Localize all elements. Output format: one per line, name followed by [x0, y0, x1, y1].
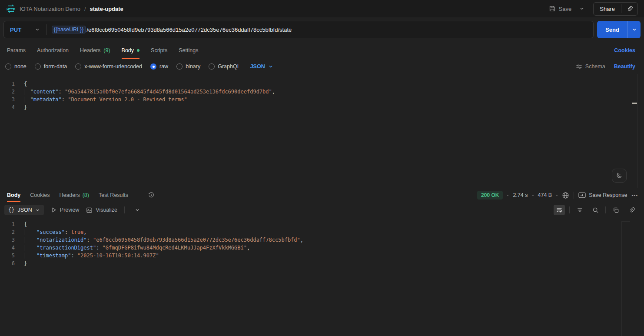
image-icon	[86, 207, 93, 213]
line-number: 3	[0, 236, 15, 244]
breadcrumb-request-name[interactable]: state-update	[90, 6, 123, 12]
code-line[interactable]: 2 "success": true,	[0, 228, 644, 236]
code-line[interactable]: 3 "notarizationId": "e6f8ccb6950458fd9eb…	[0, 236, 644, 244]
radio-graphql[interactable]: GraphQL	[209, 63, 240, 70]
filter-button[interactable]	[574, 205, 585, 215]
tab-headers[interactable]: Headers (9)	[80, 42, 110, 59]
search-button[interactable]	[590, 205, 601, 215]
tab-body[interactable]: Body	[122, 42, 140, 59]
response-tab-test-results[interactable]: Test Results	[99, 188, 128, 202]
radio-circle	[35, 63, 41, 70]
copy-link-icon[interactable]	[621, 3, 637, 15]
copy-button[interactable]	[610, 205, 621, 215]
send-options-button[interactable]	[627, 21, 641, 38]
wrap-text-button[interactable]	[554, 205, 565, 215]
beautify-button[interactable]: Beautify	[614, 63, 635, 70]
cookies-link[interactable]: Cookies	[614, 47, 635, 53]
radio-binary[interactable]: binary	[176, 63, 200, 70]
response-tab-body[interactable]: Body	[7, 188, 20, 202]
share-button-group: Share	[593, 2, 638, 16]
radio-form-data[interactable]: form-data	[35, 63, 67, 70]
request-url-row: PUT {{baseURL}} /e6f8ccb6950458fd9eb793d…	[0, 17, 644, 42]
visualize-button[interactable]: Visualize	[86, 207, 117, 213]
code-line[interactable]: 2 "content": "96a5447815a0bf0e7efa66845f…	[0, 88, 644, 96]
response-size[interactable]: 474 B	[538, 192, 552, 198]
postbot-button[interactable]	[612, 169, 627, 183]
code-line[interactable]: 4}	[0, 103, 644, 111]
radio-circle	[5, 63, 11, 70]
code-line[interactable]: 4 "transactionDigest": "GfmqDFGP8ifwu84M…	[0, 244, 644, 252]
response-header: Body Cookies Headers (8) Test Results 20…	[0, 188, 644, 202]
tab-settings[interactable]: Settings	[179, 42, 198, 59]
status-badge[interactable]: 200 OK	[477, 191, 503, 200]
url-path: /e6f8ccb6950458fd9eb793d8a566d15a2e0772d…	[86, 27, 292, 33]
response-section: Body Cookies Headers (8) Test Results 20…	[0, 188, 644, 336]
divider	[138, 192, 138, 199]
radio-circle	[176, 63, 183, 70]
line-number: 4	[0, 103, 15, 111]
method-selector[interactable]: PUT	[4, 27, 46, 33]
filter-icon	[577, 207, 583, 213]
response-body-editor[interactable]: 1{2 "success": true,3 "notarizationId": …	[0, 218, 644, 336]
save-button[interactable]: Save	[545, 3, 575, 15]
play-icon	[51, 207, 57, 213]
paperclip-icon	[628, 207, 635, 213]
code-line[interactable]: 6}	[0, 259, 644, 267]
line-number: 5	[0, 252, 15, 259]
wrap-text-icon	[556, 206, 563, 213]
body-type-right-actions: Schema Beautify	[576, 63, 635, 70]
body-type-options: none form-data x-www-form-urlencoded raw…	[5, 63, 273, 70]
network-globe-icon[interactable]	[562, 192, 569, 199]
share-button[interactable]: Share	[594, 3, 621, 15]
language-selector[interactable]: JSON	[250, 63, 273, 70]
tab-authorization[interactable]: Authorization	[37, 42, 69, 59]
schema-label: Schema	[585, 63, 605, 70]
schema-button[interactable]: Schema	[576, 63, 605, 70]
sliders-icon	[576, 63, 582, 70]
search-icon	[592, 207, 599, 213]
send-button-group: Send	[597, 21, 641, 38]
radio-x-www-form-urlencoded[interactable]: x-www-form-urlencoded	[75, 63, 142, 70]
dot-separator	[507, 195, 508, 196]
url-box: PUT {{baseURL}} /e6f8ccb6950458fd9eb793d…	[3, 21, 594, 38]
editor-scrollbar[interactable]	[632, 74, 638, 188]
body-type-row: none form-data x-www-form-urlencoded raw…	[0, 59, 644, 74]
code-line[interactable]: 3 "metadata": "Document Version 2.0 - Re…	[0, 96, 644, 103]
save-response-button[interactable]: Save Response	[578, 192, 627, 198]
response-view-controls: {} JSON Preview Visualize	[4, 205, 143, 215]
radio-none[interactable]: none	[5, 63, 27, 70]
dot-separator	[556, 195, 558, 196]
tab-params[interactable]: Params	[7, 42, 26, 59]
response-time[interactable]: 2.74 s	[513, 192, 528, 198]
braces-icon: {}	[8, 207, 14, 213]
headers-count: (9)	[103, 47, 110, 53]
base-url-variable[interactable]: {{baseURL}}	[52, 26, 86, 33]
divider	[605, 206, 606, 213]
request-body-editor[interactable]: 1{2 "content": "96a5447815a0bf0e7efa6684…	[0, 74, 644, 188]
editor-overview-mark	[632, 103, 637, 104]
radio-circle	[209, 63, 215, 70]
response-history-icon[interactable]	[148, 192, 155, 199]
url-input[interactable]: {{baseURL}} /e6f8ccb6950458fd9eb793d8a56…	[46, 26, 594, 33]
response-tab-cookies[interactable]: Cookies	[30, 188, 50, 202]
tab-scripts[interactable]: Scripts	[151, 42, 167, 59]
code-line[interactable]: 1{	[0, 80, 644, 88]
save-options-button[interactable]	[577, 3, 587, 14]
save-response-icon	[578, 192, 586, 198]
radio-raw[interactable]: raw	[150, 63, 168, 70]
radio-circle-checked	[150, 63, 156, 70]
response-tab-headers[interactable]: Headers (8)	[59, 188, 89, 202]
line-number: 6	[0, 259, 15, 267]
response-format-selector[interactable]: {} JSON	[4, 205, 44, 215]
code-line[interactable]: 1{	[0, 220, 644, 228]
breadcrumb-collection[interactable]: IOTA Notarization Demo	[20, 6, 80, 12]
response-link-button[interactable]	[626, 205, 637, 215]
view-options-chevron[interactable]	[132, 205, 143, 215]
send-button[interactable]: Send	[597, 21, 627, 38]
preview-button[interactable]: Preview	[51, 207, 79, 213]
divider	[124, 206, 125, 213]
code-line[interactable]: 5 "timestamp": "2025-10-16T10:50:14.907Z…	[0, 252, 644, 259]
chevron-down-icon	[35, 27, 40, 32]
more-options-icon[interactable]: •••	[631, 193, 638, 198]
http-request-icon: HTTP	[6, 4, 16, 13]
